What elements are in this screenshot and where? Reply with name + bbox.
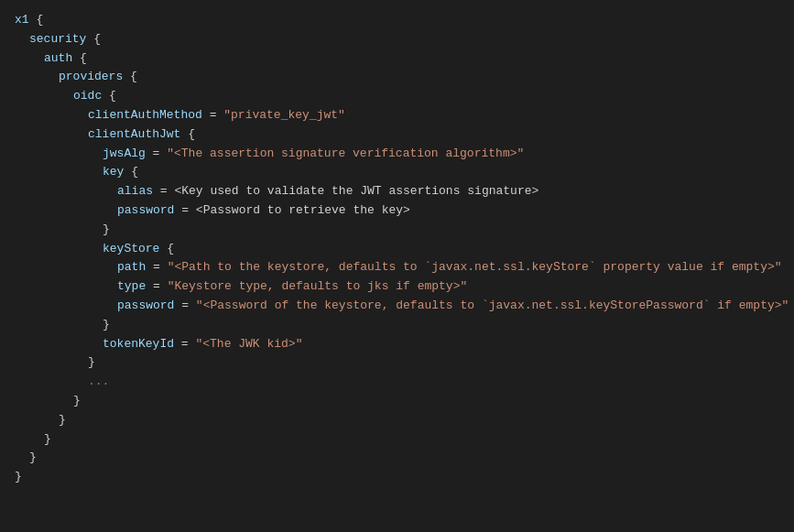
code-line: } — [0, 411, 794, 430]
code-line: tokenKeyId = "<The JWK kid>" — [0, 335, 794, 354]
code-line: } — [0, 353, 794, 373]
code-line: path = "<Path to the keystore, defaults … — [0, 258, 794, 277]
code-line: x1 { — [0, 11, 794, 30]
code-line: password = "<Password of the keystore, d… — [0, 297, 794, 316]
code-line: keyStore { — [0, 240, 794, 259]
code-line: security { — [0, 30, 794, 49]
code-line: } — [0, 430, 794, 450]
code-line: } — [0, 316, 794, 335]
code-line: } — [0, 468, 794, 487]
code-line: key { — [0, 163, 794, 182]
code-editor: x1 {security {auth {providers {oidc {cli… — [0, 0, 794, 532]
code-line: password = <Password to retrieve the key… — [0, 201, 794, 221]
code-line: } — [0, 392, 794, 411]
code-line: alias = <Key used to validate the JWT as… — [0, 182, 794, 201]
code-line: providers { — [0, 68, 794, 87]
code-line: jwsAlg = "<The assertion signature verif… — [0, 145, 794, 164]
code-line: } — [0, 221, 794, 240]
code-line: clientAuthMethod = "private_key_jwt" — [0, 106, 794, 125]
code-line: } — [0, 449, 794, 468]
code-line: oidc { — [0, 87, 794, 106]
code-line: auth { — [0, 49, 794, 69]
code-line: ... — [0, 373, 794, 392]
code-line: type = "Keystore type, defaults to jks i… — [0, 277, 794, 297]
code-line: clientAuthJwt { — [0, 125, 794, 145]
